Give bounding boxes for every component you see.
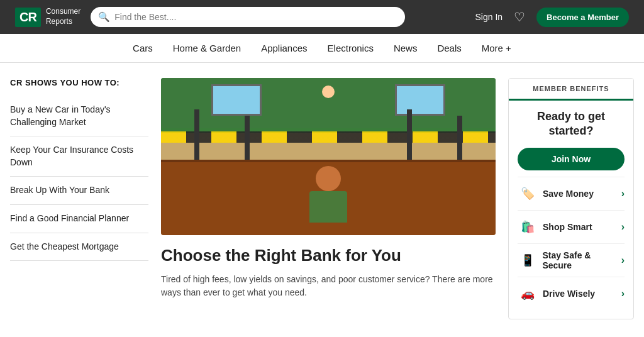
logo-cr: CR bbox=[15, 8, 41, 27]
caution-tape-1 bbox=[161, 131, 496, 143]
bank-counter bbox=[161, 160, 496, 235]
header-right: Sign In ♡ Become a Member bbox=[475, 8, 629, 27]
person-head bbox=[316, 166, 341, 191]
chevron-right-icon: › bbox=[621, 188, 625, 199]
chevron-right-icon: › bbox=[621, 288, 625, 299]
member-benefits-body: Ready to get started? Join Now 🏷️Save Mo… bbox=[509, 101, 633, 319]
sidebar-link[interactable]: Get the Cheapest Mortgage bbox=[10, 241, 119, 251]
benefit-item[interactable]: 📱Stay Safe & Secure› bbox=[518, 243, 625, 277]
benefit-label: Shop Smart bbox=[543, 222, 592, 232]
list-item: Break Up With Your Bank bbox=[10, 177, 148, 205]
list-item: Keep Your Car Insurance Costs Down bbox=[10, 136, 148, 177]
sidebar-list: Buy a New Car in Today's Challenging Mar… bbox=[10, 96, 148, 261]
person-figure bbox=[309, 166, 347, 223]
logo-text: Consumer Reports bbox=[46, 7, 80, 26]
search-input[interactable] bbox=[91, 7, 405, 27]
ceiling bbox=[161, 78, 496, 128]
chevron-right-icon: › bbox=[621, 221, 625, 233]
benefit-icon: 🛍️ bbox=[518, 217, 538, 237]
nav-item-more[interactable]: More + bbox=[482, 34, 511, 62]
header: CR Consumer Reports 🔍 Sign In ♡ Become a… bbox=[0, 0, 644, 34]
list-item: Get the Cheapest Mortgage bbox=[10, 233, 148, 262]
join-now-button[interactable]: Join Now bbox=[518, 148, 625, 170]
list-item: Find a Good Financial Planner bbox=[10, 205, 148, 233]
nav-item-news[interactable]: News bbox=[394, 34, 418, 62]
benefit-item[interactable]: 🚗Drive Wisely› bbox=[518, 277, 625, 310]
window-left bbox=[211, 84, 262, 116]
person-body bbox=[309, 191, 347, 223]
ready-text: Ready to get started? bbox=[518, 109, 625, 139]
nav-item-cars[interactable]: Cars bbox=[133, 34, 153, 62]
sidebar-heading: CR SHOWS YOU HOW TO: bbox=[10, 78, 148, 87]
benefit-item-left: 🚗Drive Wisely bbox=[518, 284, 595, 304]
main-nav: CarsHome & GardenAppliancesElectronicsNe… bbox=[0, 34, 644, 63]
article-title: Choose the Right Bank for You bbox=[161, 245, 496, 267]
teller-head bbox=[322, 86, 335, 98]
sidebar-link[interactable]: Buy a New Car in Today's Challenging Mar… bbox=[10, 104, 111, 127]
benefit-item-left: 🛍️Shop Smart bbox=[518, 217, 592, 237]
logo[interactable]: CR Consumer Reports bbox=[15, 7, 80, 26]
benefit-item[interactable]: 🏷️Save Money› bbox=[518, 177, 625, 210]
benefit-icon: 🚗 bbox=[518, 284, 538, 304]
search-wrap: 🔍 bbox=[91, 7, 405, 27]
become-member-button[interactable]: Become a Member bbox=[536, 8, 629, 27]
sign-in-link[interactable]: Sign In bbox=[475, 12, 503, 22]
benefit-list: 🏷️Save Money›🛍️Shop Smart›📱Stay Safe & S… bbox=[518, 177, 625, 310]
benefit-item-left: 📱Stay Safe & Secure bbox=[518, 250, 621, 270]
benefit-item[interactable]: 🛍️Shop Smart› bbox=[518, 210, 625, 243]
window-right bbox=[395, 84, 445, 116]
benefit-label: Drive Wisely bbox=[543, 289, 595, 299]
nav-item-electronics[interactable]: Electronics bbox=[328, 34, 374, 62]
list-item: Buy a New Car in Today's Challenging Mar… bbox=[10, 96, 148, 136]
nav-item-appliances[interactable]: Appliances bbox=[261, 34, 307, 62]
search-icon: 🔍 bbox=[98, 11, 110, 23]
sidebar-link[interactable]: Find a Good Financial Planner bbox=[10, 213, 129, 223]
sidebar-link[interactable]: Keep Your Car Insurance Costs Down bbox=[10, 145, 133, 167]
benefit-item-left: 🏷️Save Money bbox=[518, 184, 594, 204]
benefit-icon: 🏷️ bbox=[518, 184, 538, 204]
member-benefits-header: MEMBER BENEFITS bbox=[509, 79, 633, 101]
nav-item-homegarden[interactable]: Home & Garden bbox=[173, 34, 241, 62]
center-content: Choose the Right Bank for You Tired of h… bbox=[161, 78, 496, 319]
sidebar-left: CR SHOWS YOU HOW TO: Buy a New Car in To… bbox=[10, 78, 148, 319]
sidebar-right: MEMBER BENEFITS Ready to get started? Jo… bbox=[508, 78, 634, 319]
main-image bbox=[161, 78, 496, 235]
benefit-icon: 📱 bbox=[518, 250, 537, 270]
nav-item-deals[interactable]: Deals bbox=[437, 34, 461, 62]
benefit-label: Save Money bbox=[543, 189, 594, 199]
main-content: CR SHOWS YOU HOW TO: Buy a New Car in To… bbox=[0, 63, 644, 334]
chevron-right-icon: › bbox=[621, 255, 625, 266]
sidebar-link[interactable]: Break Up With Your Bank bbox=[10, 185, 109, 195]
benefit-label: Stay Safe & Secure bbox=[542, 250, 621, 270]
article-subtitle: Tired of high fees, low yields on saving… bbox=[161, 273, 496, 299]
wishlist-icon[interactable]: ♡ bbox=[514, 9, 525, 25]
